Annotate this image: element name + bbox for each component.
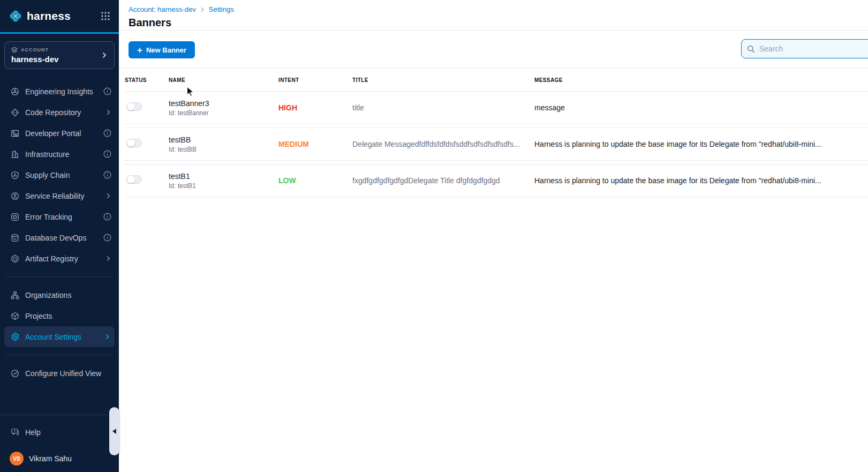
chevron-right-icon [105, 256, 111, 261]
infrastructure-icon [11, 149, 20, 159]
breadcrumb-settings-link[interactable]: Settings [209, 5, 234, 13]
sidebar-item-infrastructure[interactable]: Infrastructure [0, 144, 119, 164]
sidebar-item-database-devops[interactable]: Database DevOps [0, 227, 119, 248]
sidebar-item-organizations[interactable]: Organizations [0, 284, 119, 305]
sidebar-item-label: Help [25, 428, 111, 437]
chevron-right-icon [104, 334, 110, 340]
sidebar-item-label: Organizations [25, 291, 111, 299]
sidebar-item-label: Infrastructure [25, 150, 98, 159]
sidebar-item-help[interactable]: ? Help [0, 421, 119, 444]
breadcrumb-account-link[interactable]: Account: harness-dev [129, 5, 196, 13]
artifact-registry-icon [11, 254, 20, 263]
error-tracking-icon [11, 212, 20, 221]
collapse-left-icon [112, 429, 116, 434]
chevron-right-icon [105, 193, 111, 199]
new-banner-button[interactable]: + New Banner [129, 41, 195, 58]
code-repository-icon [11, 108, 20, 117]
supply-chain-icon [11, 170, 20, 179]
organizations-icon [11, 290, 20, 299]
sidebar-item-projects[interactable]: Projects [0, 305, 119, 326]
sidebar-collapse-handle[interactable] [109, 407, 119, 455]
sidebar-item-label: Projects [25, 312, 111, 320]
sidebar-item-code-repository[interactable]: Code Repository [0, 102, 119, 123]
col-header-title: TITLE [352, 77, 534, 83]
sidebar-item-configure-unified-view[interactable]: Configure Unified View [0, 363, 119, 384]
user-menu[interactable]: VS Vikram Sahu [0, 444, 119, 469]
user-name: Vikram Sahu [29, 454, 72, 463]
breadcrumb-chevron-icon [200, 7, 205, 12]
sidebar-item-label: Account Settings [25, 333, 99, 341]
account-name: harness-dev [11, 55, 58, 64]
sidebar-item-label: Configure Unified View [25, 369, 111, 378]
banner-intent: LOW [278, 176, 352, 185]
harness-logo-icon [9, 9, 22, 23]
layers-icon [11, 47, 18, 53]
new-banner-label: New Banner [146, 46, 186, 54]
page-title: Banners [129, 17, 868, 29]
sidebar: harness ACCOUNT harness-dev [0, 0, 119, 472]
table-row[interactable]: testBanner3 Id: testBanner HIGH title me… [125, 91, 868, 124]
banner-title: title [352, 103, 534, 112]
gear-icon [11, 332, 20, 341]
harness-logo[interactable]: harness [9, 9, 71, 23]
sidebar-item-artifact-registry[interactable]: Artifact Registry [0, 248, 119, 269]
sidebar-item-supply-chain[interactable]: Supply Chain [0, 164, 119, 185]
sidebar-item-label: Database DevOps [25, 234, 98, 242]
banner-title: Delegate Messagedfdffdsfdfdsfsddfsdfsdfs… [352, 140, 534, 148]
sidebar-item-developer-portal[interactable]: Developer Portal [0, 123, 119, 144]
sidebar-divider [0, 415, 119, 415]
sidebar-header: harness [0, 0, 119, 34]
sidebar-item-label: Service Reliability [25, 192, 100, 200]
svg-text:?: ? [13, 429, 16, 433]
help-chat-icon: ? [11, 428, 20, 437]
engineering-insights-icon [11, 87, 20, 96]
sidebar-item-account-settings[interactable]: Account Settings [4, 326, 115, 347]
module-nav: Engineering Insights Code Repository Dev… [0, 81, 119, 269]
sidebar-item-engineering-insights[interactable]: Engineering Insights [0, 81, 119, 102]
banner-id: Id: testB1 [169, 182, 278, 190]
search-box [741, 39, 868, 58]
info-icon[interactable] [103, 129, 111, 137]
banner-id: Id: testBB [169, 146, 278, 153]
account-nav: Organizations Projects Account Settings [0, 284, 119, 347]
banner-id: Id: testBanner [169, 109, 278, 117]
main-content: Account: harness-dev Settings Banners + … [119, 0, 868, 472]
toolbar: + New Banner [119, 31, 868, 69]
table-row[interactable]: testBB Id: testBB MEDIUM Delegate Messag… [125, 128, 868, 161]
module-grid-icon[interactable] [101, 11, 110, 21]
sidebar-item-label: Artifact Registry [25, 254, 100, 263]
info-icon[interactable] [103, 213, 111, 221]
banner-intent: MEDIUM [278, 140, 352, 148]
info-icon[interactable] [103, 87, 111, 95]
sidebar-item-service-reliability[interactable]: Service Reliability [0, 185, 119, 206]
account-selector[interactable]: ACCOUNT harness-dev [4, 41, 115, 69]
info-icon[interactable] [103, 171, 111, 179]
banner-enabled-toggle[interactable] [126, 139, 142, 147]
plus-icon: + [137, 46, 142, 55]
sidebar-item-label: Supply Chain [25, 171, 98, 179]
wrench-circle-icon [11, 369, 20, 378]
sidebar-divider [5, 355, 114, 355]
chevron-right-icon [105, 109, 111, 115]
banner-message: Harness is planning to update the base i… [534, 176, 868, 185]
projects-icon [11, 311, 20, 320]
page-header: Account: harness-dev Settings Banners [119, 0, 868, 31]
sidebar-footer: ? Help VS Vikram Sahu [0, 409, 119, 472]
app-root: harness ACCOUNT harness-dev [0, 0, 868, 472]
info-icon[interactable] [103, 234, 111, 242]
account-label: ACCOUNT [21, 47, 49, 53]
table-header-row: STATUS NAME INTENT TITLE MESSAGE [125, 69, 868, 91]
sidebar-item-error-tracking[interactable]: Error Tracking [0, 206, 119, 227]
sidebar-item-label: Engineering Insights [25, 87, 98, 96]
sidebar-item-label: Error Tracking [25, 213, 98, 221]
tools-nav: Configure Unified View [0, 363, 119, 384]
table-row[interactable]: testB1 Id: testB1 LOW fxgdfgdfgdfgdfgdDe… [125, 164, 868, 197]
col-header-status: STATUS [125, 77, 169, 83]
banner-name: testBB [169, 136, 278, 144]
banner-enabled-toggle[interactable] [126, 175, 142, 184]
banner-title: fxgdfgdfgdfgdfgdDelegate Title dfgfdgdfg… [352, 176, 534, 185]
col-header-name: NAME [169, 77, 278, 83]
banner-enabled-toggle[interactable] [126, 102, 142, 111]
info-icon[interactable] [103, 150, 111, 158]
search-input[interactable] [759, 44, 868, 53]
